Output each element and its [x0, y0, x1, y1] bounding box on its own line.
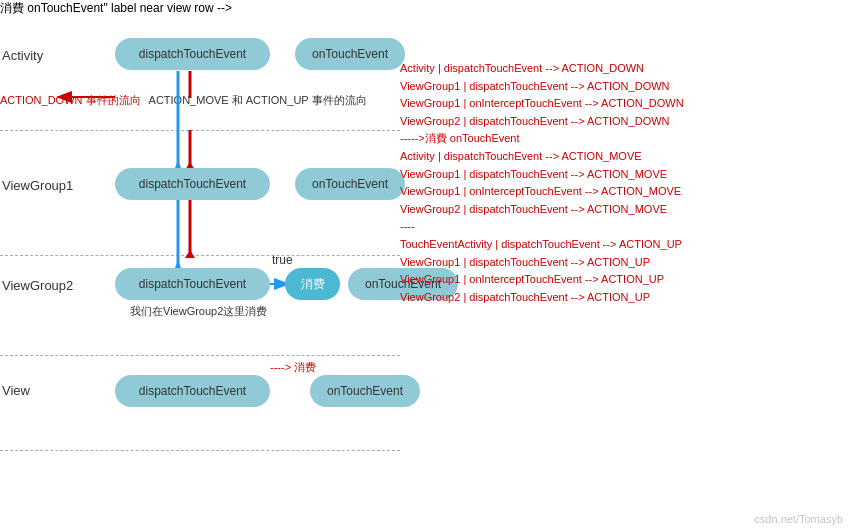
log-line-7: ViewGroup1 | onInterceptTouchEvent --> A… — [400, 183, 848, 201]
true-label: true — [272, 253, 293, 267]
dashed-line-1 — [0, 130, 400, 131]
log-line-11: ViewGroup1 | dispatchTouchEvent --> ACTI… — [400, 254, 848, 272]
label-viewgroup2: ViewGroup2 — [2, 278, 73, 293]
action-move-label: ACTION_MOVE 和 ACTION_UP 事件的流向 — [149, 93, 367, 108]
dashed-line-3 — [0, 355, 400, 356]
dashed-line-2 — [0, 255, 400, 256]
dashed-line-4 — [0, 450, 400, 451]
log-line-13: ViewGroup2 | dispatchTouchEvent --> ACTI… — [400, 289, 848, 307]
pill-vg2-consume: 消费 — [285, 268, 340, 300]
watermark: csdn.net/Tomasyb — [754, 513, 843, 525]
action-down-label: ACTION_DOWN 事件的流向 — [0, 93, 141, 108]
consume-flow-label: ----> 消费 — [270, 360, 316, 375]
pill-vg1-dispatch: dispatchTouchEvent — [115, 168, 270, 200]
log-area: Activity | dispatchTouchEvent --> ACTION… — [400, 60, 848, 530]
log-line-9: ---- — [400, 218, 848, 236]
log-line-5: Activity | dispatchTouchEvent --> ACTION… — [400, 148, 848, 166]
pill-vg1-ontouch: onTouchEvent — [295, 168, 405, 200]
label-view: View — [2, 383, 30, 398]
pill-vg2-dispatch: dispatchTouchEvent — [115, 268, 270, 300]
pill-act-ontouch: onTouchEvent — [295, 38, 405, 70]
log-line-6: ViewGroup1 | dispatchTouchEvent --> ACTI… — [400, 166, 848, 184]
log-line-2: ViewGroup1 | onInterceptTouchEvent --> A… — [400, 95, 848, 113]
log-line-10: TouchEventActivity | dispatchTouchEvent … — [400, 236, 848, 254]
log-line-3: ViewGroup2 | dispatchTouchEvent --> ACTI… — [400, 113, 848, 131]
consume-note: 我们在ViewGroup2这里消费 — [130, 304, 267, 319]
label-viewgroup1: ViewGroup1 — [2, 178, 73, 193]
log-line-1: ViewGroup1 | dispatchTouchEvent --> ACTI… — [400, 78, 848, 96]
log-line-8: ViewGroup2 | dispatchTouchEvent --> ACTI… — [400, 201, 848, 219]
svg-marker-15 — [185, 250, 195, 258]
diagram-area: Activity ViewGroup1 ViewGroup2 View ACTI… — [0, 0, 400, 530]
log-line-12: ViewGroup1 | onInterceptTouchEvent --> A… — [400, 271, 848, 289]
log-line-4: ----->消費 onTouchEvent — [400, 130, 848, 148]
pill-act-dispatch: dispatchTouchEvent — [115, 38, 270, 70]
label-activity: Activity — [2, 48, 43, 63]
log-line-0: Activity | dispatchTouchEvent --> ACTION… — [400, 60, 848, 78]
pill-view-dispatch: dispatchTouchEvent — [115, 375, 270, 407]
